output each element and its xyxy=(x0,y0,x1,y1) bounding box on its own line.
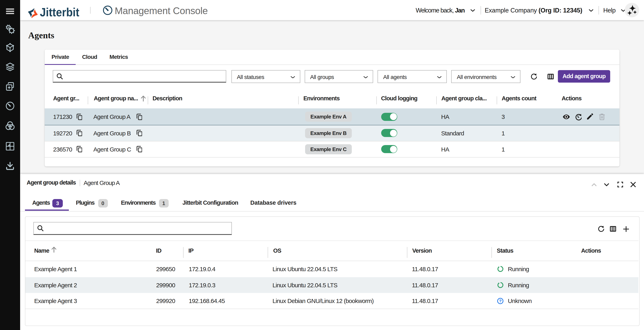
svg-text:?: ? xyxy=(499,298,502,303)
svg-text:Jitterbit: Jitterbit xyxy=(40,6,79,19)
